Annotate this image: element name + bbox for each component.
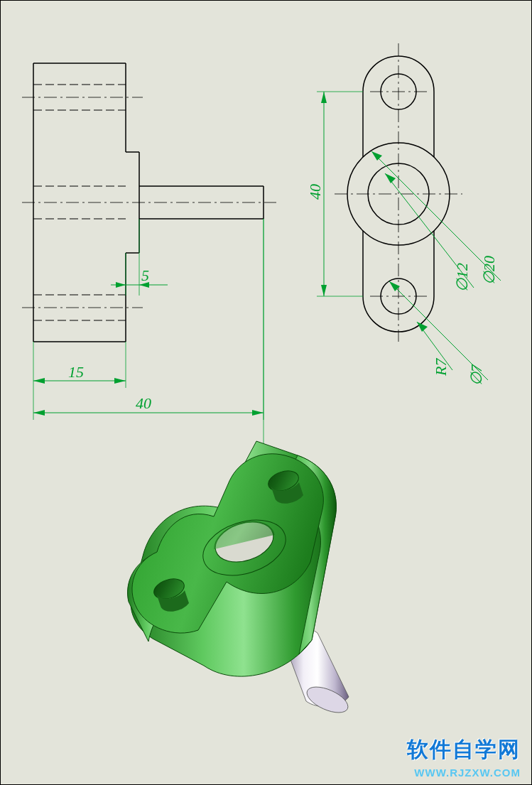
svg-marker-13 [114,378,126,384]
isometric-view [128,441,352,718]
drawing-canvas: 15 5 40 [1,1,532,785]
front-view [335,43,462,342]
dim-40-vert: 40 [306,184,324,200]
side-view-dims: 15 5 40 [33,219,264,420]
dim-r7: R7 [432,358,450,377]
svg-marker-44 [385,173,396,183]
svg-marker-40 [321,285,327,296]
dim-5: 5 [141,266,149,284]
watermark-title: 软件自学网 [407,735,521,764]
svg-marker-22 [33,410,45,416]
svg-marker-12 [33,378,45,384]
svg-marker-17 [116,282,126,288]
side-view [22,63,276,342]
svg-marker-42 [371,151,382,161]
svg-marker-39 [321,92,327,103]
front-view-dims: 40 ∅20 ∅12 R7 ∅7 [306,92,501,386]
dim-40-horiz: 40 [136,394,151,412]
watermark-url: WWW.RJZXW.COM [414,767,521,779]
dim-dia7: ∅7 [467,364,485,386]
dim-15: 15 [68,363,84,381]
dim-dia12: ∅12 [453,263,471,292]
svg-marker-23 [252,410,264,416]
dim-dia20: ∅20 [480,256,498,285]
